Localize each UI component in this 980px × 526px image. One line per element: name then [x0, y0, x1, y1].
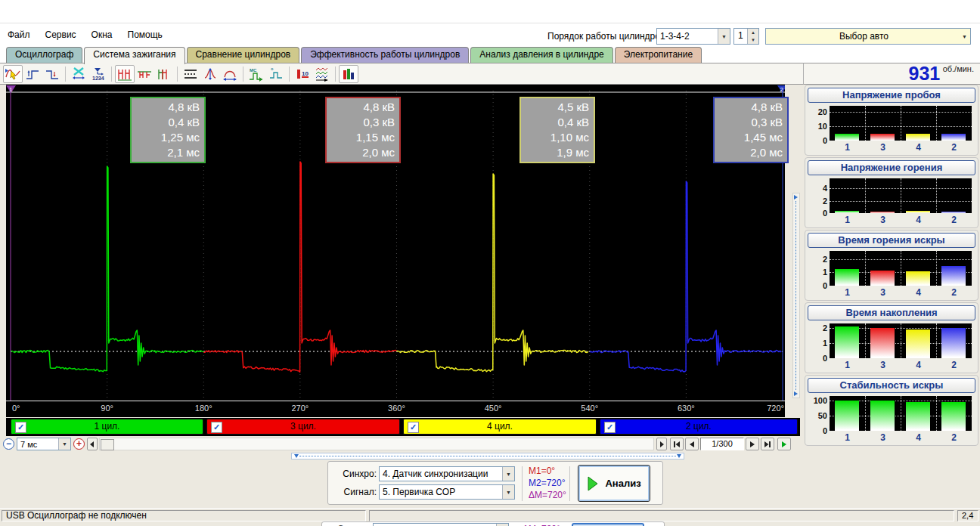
marker1-readout: M1=0°	[529, 466, 555, 476]
category-label: 1	[830, 287, 865, 298]
chart-title-button[interactable]: Напряжение горения	[808, 160, 975, 175]
chevron-down-icon[interactable]: ▼	[502, 485, 514, 499]
zoom-in-button[interactable]: +	[73, 438, 85, 450]
tab-ignition[interactable]: Система зажигания	[84, 47, 185, 64]
oscilloscope-display[interactable]: 12 4,8 кВ0,4 кВ 1,25 мс2,1 мс 4,8 кВ0,3 …	[6, 85, 785, 417]
cylinder-toggle[interactable]: ✓1 цил.	[11, 419, 203, 435]
skip-first-icon	[672, 441, 681, 448]
chevron-down-icon[interactable]: ▼	[58, 438, 70, 450]
status-value: 2,4	[957, 510, 978, 521]
analyze-button[interactable]: Анализ	[578, 465, 650, 502]
vertical-range-slider[interactable]	[792, 193, 800, 398]
category-label: 3	[865, 287, 901, 298]
slider-handle-bottom[interactable]	[794, 391, 798, 396]
sync-label: Синхро:	[330, 469, 377, 479]
chart-bar	[870, 401, 895, 431]
tab-power-supply[interactable]: Электропитание	[615, 47, 702, 63]
chevron-down-icon[interactable]: ▼	[718, 29, 730, 44]
menu-item-file[interactable]: Файл	[8, 29, 30, 40]
arrow-up-icon[interactable]: ▲	[748, 29, 758, 36]
axis-tick-label: 180°	[195, 404, 212, 413]
arrow-down-icon[interactable]: ▼	[748, 36, 758, 44]
svg-text:МС: МС	[250, 68, 257, 73]
page-indicator: 1/300	[700, 438, 744, 450]
cylinder-count-stepper[interactable]: 1 ▲▼	[733, 28, 759, 45]
cylinder-toggle[interactable]: ✓4 цил.	[403, 419, 597, 435]
rising-edge-button[interactable]	[23, 65, 42, 83]
primary-pulses-button[interactable]	[115, 65, 135, 83]
cylinder-label: 1 цил.	[11, 421, 203, 432]
scrollbar-track[interactable]	[99, 438, 654, 450]
stepper-buttons[interactable]: ▲▼	[747, 29, 758, 44]
fine-position-slider[interactable]	[291, 453, 684, 459]
frame-step-button[interactable]	[656, 438, 667, 450]
slider-handle-right[interactable]	[677, 454, 681, 458]
cylinder-order-select[interactable]: 1-3-4-2 ▼	[656, 28, 730, 45]
divider	[522, 466, 523, 501]
first-page-button[interactable]	[670, 438, 684, 450]
slider-handle-top[interactable]	[794, 195, 798, 200]
chevron-down-icon[interactable]: ▼	[959, 29, 970, 44]
prev-page-button[interactable]	[685, 438, 699, 450]
waveform-pages-button[interactable]	[312, 65, 332, 83]
next-page-button[interactable]	[746, 438, 759, 450]
car-select[interactable]: Выбор авто ▼	[765, 28, 971, 45]
chart-title-button[interactable]: Напряжение пробоя	[808, 88, 975, 103]
chart-title-button[interactable]: Время накопления	[808, 305, 975, 320]
x-axis: 0°90°180°270°360°450°540°630°720°	[6, 401, 785, 418]
menu-item-help[interactable]: Помощь	[128, 29, 163, 40]
chart-bar	[870, 271, 895, 286]
width-measure-button[interactable]	[220, 65, 240, 83]
divider	[569, 466, 570, 501]
reference-lines-button[interactable]	[181, 65, 200, 83]
scrollbar-thumb[interactable]	[101, 439, 114, 450]
dwell-time-ms-button[interactable]: МС	[247, 65, 266, 83]
category-label: 1	[830, 360, 865, 370]
clipped-background-window: Сигнал: 5. Первичка COP▼ ΔM=720°	[0, 521, 980, 526]
menu-item-service[interactable]: Сервис	[45, 29, 76, 40]
slider-handle-left[interactable]	[294, 454, 299, 458]
play-icon	[587, 476, 599, 491]
category-label: 4	[901, 432, 936, 443]
y-tick-label: 50	[808, 411, 827, 420]
measurement-chart: Напряжение пробоя010201342	[805, 85, 978, 156]
cylinder-toggle[interactable]: ✓2 цил.	[600, 419, 798, 435]
cylinder-label: 3 цил.	[207, 421, 399, 432]
y-tick-label: 10	[808, 122, 827, 131]
amplitude-measure-button[interactable]	[200, 65, 220, 83]
toolbar-separator	[65, 67, 66, 82]
category-label: 1	[830, 432, 865, 443]
last-page-button[interactable]	[761, 438, 774, 450]
time-scale-select[interactable]: 7 мс ▼	[17, 438, 71, 450]
tab-cylinder-efficiency[interactable]: Эффективность работы цилиндров	[301, 47, 469, 63]
tab-bar: ОсциллографСистема зажиганияСравнение ци…	[6, 47, 702, 63]
axis-tick-label: 90°	[101, 404, 113, 413]
signal-select[interactable]: 5. Первичка COP ▼	[379, 484, 515, 500]
chart-title-button[interactable]: Стабильность искры	[808, 378, 975, 393]
single-capture-button[interactable]	[3, 65, 23, 83]
dwell-angle-button[interactable]: °	[266, 65, 286, 83]
cylinder-order-1234-button[interactable]: 1234	[88, 65, 108, 83]
zoom-out-button[interactable]: −	[3, 438, 14, 450]
y-tick-label: 0	[808, 426, 827, 435]
bar-analysis-button[interactable]	[339, 65, 358, 83]
cylinder-toggle[interactable]: ✓3 цил.	[206, 419, 400, 435]
tab-pressure-analysis[interactable]: Анализ давления в цилиндре	[470, 47, 612, 63]
chevron-down-icon[interactable]: ▼	[502, 467, 514, 481]
secondary-pulses-button[interactable]	[135, 65, 154, 83]
axis-tick-label: 450°	[485, 404, 502, 413]
scroll-left-button[interactable]	[87, 438, 98, 450]
falling-edge-button[interactable]	[42, 65, 62, 83]
tab-oscilloscope[interactable]: Осциллограф	[6, 47, 82, 63]
chart-title-button[interactable]: Время горения искры	[808, 233, 975, 248]
scale-10-button[interactable]: 10	[293, 65, 312, 83]
overlay-pulses-button[interactable]	[154, 65, 174, 83]
chart-bar	[835, 326, 859, 358]
sync-select[interactable]: 4. Датчик синхронизации ▼	[379, 466, 515, 481]
triangle-left-icon	[687, 441, 696, 448]
menu-item-windows[interactable]: Окна	[91, 29, 113, 40]
spark-plug-button[interactable]	[69, 65, 88, 83]
tab-cylinder-compare[interactable]: Сравнение цилиндров	[187, 47, 300, 63]
play-button[interactable]	[777, 438, 791, 450]
toolbar-separator	[335, 67, 336, 82]
